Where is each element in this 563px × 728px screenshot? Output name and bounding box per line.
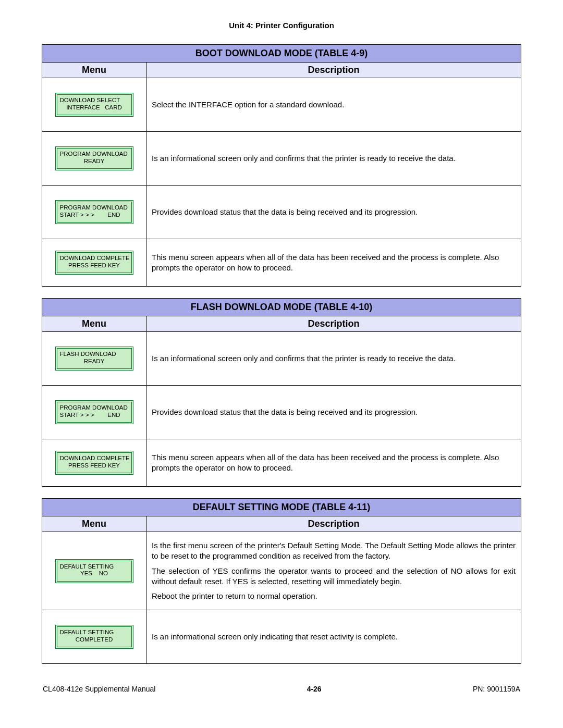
description-text: Provides download status that the data i… xyxy=(152,207,516,217)
description-text: This menu screen appears when all of the… xyxy=(152,252,516,274)
menu-header: Menu xyxy=(42,516,146,532)
description-cell: This menu screen appears when all of the… xyxy=(146,439,521,487)
description-text: Is the first menu screen of the printer'… xyxy=(152,540,516,562)
lcd-line2: COMPLETED xyxy=(60,636,129,644)
description-header: Description xyxy=(146,63,521,78)
lcd-line1: PROGRAM DOWNLOAD xyxy=(60,204,129,212)
lcd-line2: PRESS FEED KEY xyxy=(60,462,129,470)
lcd-display-icon: FLASH DOWNLOADREADY xyxy=(55,347,133,371)
table-row: DOWNLOAD SELECTINTERFACE CARDSelect the … xyxy=(42,78,521,132)
table-title: FLASH DOWNLOAD MODE (TABLE 4-10) xyxy=(42,299,521,316)
lcd-line1: PROGRAM DOWNLOAD xyxy=(60,404,129,412)
lcd-line1: FLASH DOWNLOAD xyxy=(60,351,129,358)
menu-cell: PROGRAM DOWNLOADSTART > > > END xyxy=(42,386,146,439)
description-cell: Provides download status that the data i… xyxy=(146,386,521,439)
description-text: Is an informational screen only and conf… xyxy=(152,353,516,364)
description-text: Is an informational screen only indicati… xyxy=(152,632,516,642)
table-title: DEFAULT SETTING MODE (TABLE 4-11) xyxy=(42,499,521,516)
lcd-display-icon: DOWNLOAD SELECTINTERFACE CARD xyxy=(55,93,133,117)
lcd-line1: DEFAULT SETTING xyxy=(60,629,129,636)
description-text: This menu screen appears when all of the… xyxy=(152,452,516,474)
lcd-line1: DEFAULT SETTING xyxy=(60,563,129,571)
menu-cell: DEFAULT SETTINGYES NO xyxy=(42,532,146,610)
lcd-line1: PROGRAM DOWNLOAD xyxy=(60,151,129,158)
menu-header: Menu xyxy=(42,63,146,78)
lcd-line2: START > > > END xyxy=(60,212,129,219)
lcd-line2: READY xyxy=(60,358,129,365)
description-text: Is an informational screen only and conf… xyxy=(152,153,516,164)
description-text: Select the INTERFACE option for a standa… xyxy=(152,100,516,110)
description-cell: This menu screen appears when all of the… xyxy=(146,239,521,287)
lcd-line2: INTERFACE CARD xyxy=(60,104,129,112)
description-cell: Is an informational screen only and conf… xyxy=(146,332,521,386)
menu-cell: FLASH DOWNLOADREADY xyxy=(42,332,146,386)
mode-table: BOOT DOWNLOAD MODE (TABLE 4-9)MenuDescri… xyxy=(42,44,521,287)
table-row: DOWNLOAD COMPLETEPRESS FEED KEYThis menu… xyxy=(42,239,521,287)
footer-left: CL408-412e Supplemental Manual xyxy=(43,685,155,693)
table-row: FLASH DOWNLOADREADYIs an informational s… xyxy=(42,332,521,386)
lcd-display-icon: PROGRAM DOWNLOADREADY xyxy=(55,146,133,170)
lcd-display-icon: PROGRAM DOWNLOADSTART > > > END xyxy=(55,200,133,224)
lcd-line2: PRESS FEED KEY xyxy=(60,262,129,269)
menu-cell: DOWNLOAD SELECTINTERFACE CARD xyxy=(42,78,146,132)
page-header: Unit 4: Printer Configuration xyxy=(42,21,521,30)
description-text: Provides download status that the data i… xyxy=(152,407,516,417)
lcd-line1: DOWNLOAD COMPLETE xyxy=(60,255,129,262)
description-header: Description xyxy=(146,516,521,532)
table-title: BOOT DOWNLOAD MODE (TABLE 4-9) xyxy=(42,45,521,63)
table-row: DEFAULT SETTINGCOMPLETEDIs an informatio… xyxy=(42,610,521,664)
menu-header: Menu xyxy=(42,316,146,332)
table-row: DEFAULT SETTINGYES NOIs the first menu s… xyxy=(42,532,521,610)
lcd-line1: DOWNLOAD COMPLETE xyxy=(60,455,129,462)
description-cell: Provides download status that the data i… xyxy=(146,186,521,239)
menu-cell: PROGRAM DOWNLOADREADY xyxy=(42,132,146,186)
table-row: PROGRAM DOWNLOADSTART > > > ENDProvides … xyxy=(42,386,521,439)
description-cell: Is the first menu screen of the printer'… xyxy=(146,532,521,610)
menu-cell: DOWNLOAD COMPLETEPRESS FEED KEY xyxy=(42,439,146,487)
tables-container: BOOT DOWNLOAD MODE (TABLE 4-9)MenuDescri… xyxy=(42,44,521,664)
description-cell: Is an informational screen only indicati… xyxy=(146,610,521,664)
footer-page-number: 4-26 xyxy=(307,685,322,693)
menu-cell: DEFAULT SETTINGCOMPLETED xyxy=(42,610,146,664)
lcd-line2: YES NO xyxy=(60,570,129,577)
lcd-display-icon: DEFAULT SETTINGCOMPLETED xyxy=(55,625,133,649)
lcd-display-icon: DOWNLOAD COMPLETEPRESS FEED KEY xyxy=(55,451,133,475)
table-row: PROGRAM DOWNLOADSTART > > > ENDProvides … xyxy=(42,186,521,239)
lcd-line1: DOWNLOAD SELECT xyxy=(60,97,129,104)
description-text: The selection of YES confirms the operat… xyxy=(152,566,516,587)
page-footer: CL408-412e Supplemental Manual 4-26 PN: … xyxy=(42,685,521,693)
table-row: PROGRAM DOWNLOADREADYIs an informational… xyxy=(42,132,521,186)
lcd-line2: READY xyxy=(60,158,129,165)
description-text: Reboot the printer to return to normal o… xyxy=(152,591,516,601)
lcd-display-icon: DEFAULT SETTINGYES NO xyxy=(55,559,133,583)
mode-table: DEFAULT SETTING MODE (TABLE 4-11)MenuDes… xyxy=(42,498,521,664)
description-cell: Is an informational screen only and conf… xyxy=(146,132,521,186)
lcd-display-icon: PROGRAM DOWNLOADSTART > > > END xyxy=(55,400,133,424)
lcd-display-icon: DOWNLOAD COMPLETEPRESS FEED KEY xyxy=(55,251,133,275)
table-row: DOWNLOAD COMPLETEPRESS FEED KEYThis menu… xyxy=(42,439,521,487)
lcd-line2: START > > > END xyxy=(60,412,129,419)
menu-cell: DOWNLOAD COMPLETEPRESS FEED KEY xyxy=(42,239,146,287)
description-header: Description xyxy=(146,316,521,332)
footer-right: PN: 9001159A xyxy=(473,685,520,693)
description-cell: Select the INTERFACE option for a standa… xyxy=(146,78,521,132)
mode-table: FLASH DOWNLOAD MODE (TABLE 4-10)MenuDesc… xyxy=(42,298,521,487)
menu-cell: PROGRAM DOWNLOADSTART > > > END xyxy=(42,186,146,239)
